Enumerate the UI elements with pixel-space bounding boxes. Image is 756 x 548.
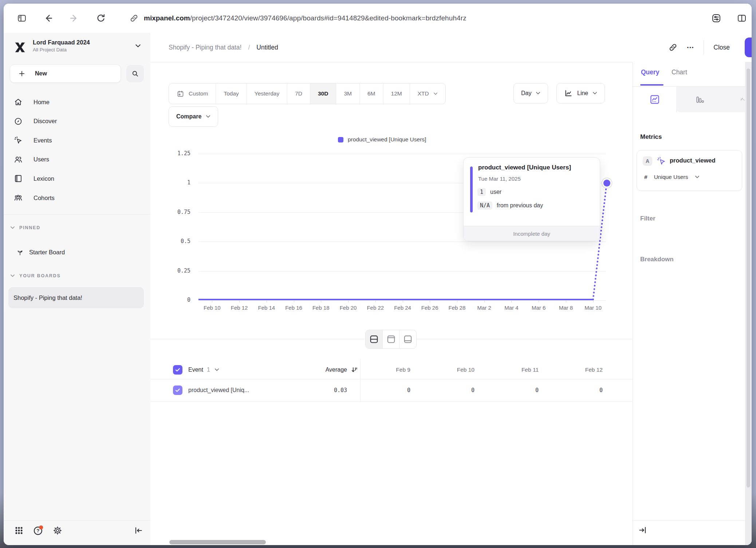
sidebar-item-shopify-board[interactable]: Shopify - Piping that data!: [8, 287, 144, 308]
browser-settings-icon[interactable]: [708, 10, 724, 26]
header-divider: [704, 40, 704, 55]
granularity-dropdown[interactable]: Day: [513, 83, 548, 103]
chevron-down-icon: [433, 92, 438, 95]
table-column-header[interactable]: Feb 11: [488, 361, 552, 379]
view-toggle-group: [365, 330, 417, 349]
aggregation-selector[interactable]: # Unique Users: [644, 174, 700, 180]
sidebar-item-users[interactable]: Users: [7, 150, 147, 169]
event-count: 1: [207, 367, 210, 373]
forward-icon[interactable]: [66, 10, 82, 26]
chart-type-dropdown[interactable]: Line: [556, 83, 605, 103]
pinned-section-header[interactable]: PINNED: [10, 225, 40, 230]
sidebar-item-lexicon[interactable]: Lexicon: [7, 169, 147, 188]
help-icon[interactable]: ?: [32, 524, 45, 537]
sidebar-item-label: Events: [34, 137, 52, 144]
copy-link-icon[interactable]: [668, 43, 678, 52]
sidebar-divider: [4, 214, 150, 215]
tab-chart[interactable]: Chart: [672, 68, 687, 76]
report-type-funnels-tab[interactable]: [676, 87, 724, 112]
reload-icon[interactable]: [93, 10, 109, 26]
url-bar[interactable]: mixpanel.com/project/3472420/view/397469…: [129, 4, 466, 33]
sidebar-item-discover[interactable]: Discover: [7, 112, 147, 130]
sidebar-item-cohorts[interactable]: Cohorts: [7, 189, 147, 207]
chart-legend[interactable]: product_viewed [Unique Users]: [338, 136, 426, 143]
event-column-header[interactable]: Event: [188, 367, 203, 373]
mixpanel-logo-icon[interactable]: [13, 40, 27, 55]
close-button[interactable]: Close: [713, 44, 730, 51]
workspace-name: Lord Farquaad 2024: [33, 39, 90, 46]
chart-type-value: Line: [577, 90, 588, 97]
split-view-icon[interactable]: [734, 10, 750, 26]
range-30d[interactable]: 30D: [310, 83, 336, 104]
workspace-chevron-down-icon[interactable]: [135, 44, 141, 48]
breakdown-section-label[interactable]: Breakdown: [640, 256, 674, 263]
legend-swatch: [338, 137, 343, 142]
search-button[interactable]: [126, 65, 144, 82]
horizontal-scrollbar-thumb[interactable]: [169, 540, 266, 544]
x-axis-tick: [375, 301, 376, 302]
view-toggle-table-top[interactable]: [383, 330, 400, 348]
vertical-scrollbar[interactable]: [745, 62, 752, 545]
select-all-checkbox[interactable]: [173, 365, 182, 375]
range-6m[interactable]: 6M: [360, 83, 383, 104]
filter-section-label[interactable]: Filter: [640, 215, 655, 222]
x-axis-tick: [239, 301, 240, 302]
breadcrumb-page[interactable]: Untitled: [256, 44, 278, 51]
panel-footer-divider: [633, 520, 745, 521]
gear-icon[interactable]: [51, 524, 64, 537]
browser-sidebar-toggle-icon[interactable]: [14, 10, 30, 26]
notification-dot: [39, 525, 43, 529]
metric-event-name[interactable]: product_viewed: [670, 157, 716, 164]
url-path: /project/3472420/view/3974696/app/boards…: [190, 14, 466, 22]
table-row[interactable]: product_viewed [Uniq...: [173, 379, 249, 402]
range-label: 7D: [295, 90, 302, 97]
row-checkbox[interactable]: [173, 385, 182, 395]
table-column-header[interactable]: Feb 12: [552, 361, 617, 379]
range-custom[interactable]: Custom: [169, 83, 216, 104]
average-column-header[interactable]: Average: [296, 361, 347, 379]
chart-gridline: [198, 242, 606, 242]
range-7d[interactable]: 7D: [287, 83, 310, 104]
data-point-mar-11[interactable]: [603, 180, 610, 187]
table-column-header[interactable]: Feb 10: [424, 361, 488, 379]
metric-card[interactable]: A product_viewed # Unique Users: [637, 150, 742, 191]
new-button[interactable]: New: [10, 64, 121, 83]
tooltip-footer: Incomplete day: [464, 226, 600, 241]
lexicon-icon: [14, 174, 23, 183]
range-today[interactable]: Today: [216, 83, 247, 104]
report-type-insights-tab[interactable]: [633, 87, 677, 112]
view-toggle-split-view[interactable]: [366, 330, 383, 348]
report-type-flows-tab[interactable]: [724, 87, 745, 112]
range-yesterday[interactable]: Yesterday: [247, 83, 287, 104]
range-xtd[interactable]: XTD: [410, 83, 445, 104]
more-menu-icon[interactable]: •••: [687, 45, 694, 50]
sort-descending-icon[interactable]: [350, 365, 359, 374]
back-icon[interactable]: [40, 10, 56, 26]
compare-dropdown[interactable]: Compare: [169, 106, 218, 127]
view-toggle-table-bottom[interactable]: [399, 330, 416, 348]
tooltip-series-bar: [470, 167, 473, 212]
range-12m[interactable]: 12M: [383, 83, 410, 104]
tab-query[interactable]: Query: [641, 68, 659, 76]
chevron-down-icon: [695, 175, 700, 179]
board-header: Shopify - Piping that data! / Untitled •…: [150, 33, 752, 62]
your-boards-section-header[interactable]: YOUR BOARDS: [10, 273, 61, 278]
sidebar-item-label: Home: [34, 99, 50, 106]
save-button[interactable]: [745, 38, 752, 57]
vertical-scrollbar-thumb[interactable]: [747, 68, 750, 488]
query-panel: Query Chart: [633, 62, 745, 545]
legend-label: product_viewed [Unique Users]: [348, 136, 426, 143]
collapse-sidebar-icon[interactable]: [132, 524, 145, 537]
chart-gridline: [198, 154, 606, 154]
sidebar-item-starter-board[interactable]: Starter Board: [11, 243, 142, 261]
sidebar-item-home[interactable]: Home: [7, 93, 147, 111]
collapse-panel-icon[interactable]: [638, 525, 647, 535]
app-grid-icon[interactable]: [12, 524, 25, 537]
workspace-switcher[interactable]: Lord Farquaad 2024 All Project Data: [33, 39, 90, 52]
chevron-down-icon[interactable]: [214, 368, 219, 372]
range-3m[interactable]: 3M: [336, 83, 360, 104]
sidebar-item-events[interactable]: Events: [7, 131, 147, 149]
table-cell-value: 0: [488, 379, 552, 402]
table-column-header[interactable]: Feb 9: [360, 361, 424, 379]
breadcrumb-board[interactable]: Shopify - Piping that data!: [169, 44, 241, 51]
